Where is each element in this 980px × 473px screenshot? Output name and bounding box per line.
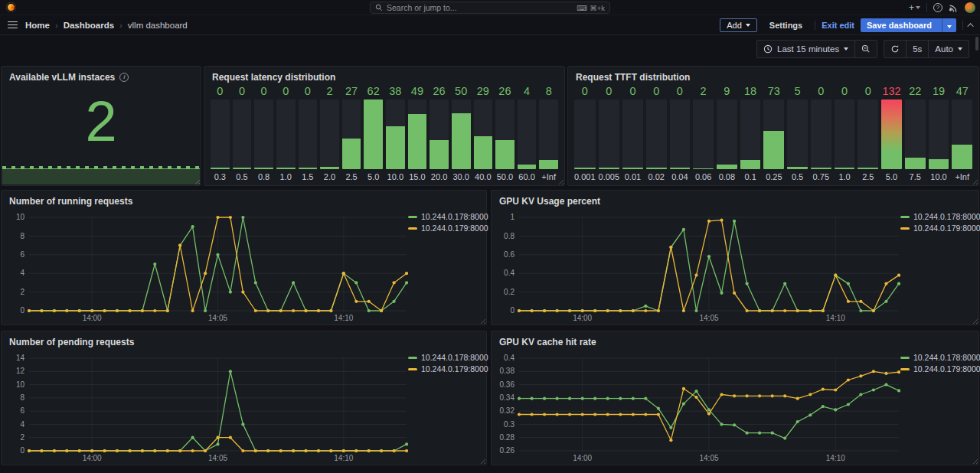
bar-track <box>386 99 405 169</box>
bar-value: 9 <box>717 85 737 99</box>
save-dashboard-button[interactable]: Save dashboard <box>861 18 956 32</box>
breadcrumb-bar: Home › Dashboards › vllm dashboard Add S… <box>0 15 980 35</box>
legend-item[interactable]: 10.244.0.179:8000 <box>408 223 485 233</box>
bar-bucket-label: 0.1 <box>740 169 761 181</box>
bar-bucket-label: 30.0 <box>452 169 471 181</box>
svg-text:14:10: 14:10 <box>826 454 845 462</box>
refresh-button[interactable] <box>884 41 906 57</box>
auto-refresh-button[interactable]: Auto <box>928 41 969 57</box>
bar-bucket-label: 60.0 <box>518 169 537 181</box>
time-series-chart[interactable]: 024681014:0014:0514:10 <box>3 207 408 323</box>
panel-title[interactable]: Number of pending requests <box>2 331 486 348</box>
time-series-chart[interactable]: 0246810121414:0014:0514:10 <box>3 348 408 463</box>
collapse-chevron-up-icon[interactable] <box>967 23 973 29</box>
histogram-bar: 00.3 <box>211 85 230 181</box>
breadcrumb-home[interactable]: Home <box>25 21 50 30</box>
legend-item[interactable]: 10.244.0.178:8000 <box>900 212 977 221</box>
time-picker-group: Last 15 minutes <box>756 40 877 58</box>
bar-bucket-label: +Inf <box>539 169 558 181</box>
legend-item[interactable]: 10.244.0.179:8000 <box>900 223 977 233</box>
bar-track <box>276 99 296 169</box>
settings-button[interactable]: Settings <box>763 19 808 31</box>
bar-value: 0 <box>574 85 596 99</box>
news-icon[interactable] <box>949 3 959 13</box>
histogram-bar: 2650.0 <box>495 85 514 181</box>
add-menu-button[interactable]: + <box>909 2 920 13</box>
bar-bucket-label: 0.5 <box>787 169 808 181</box>
histogram-bar: 47+Inf <box>952 85 972 181</box>
legend-item[interactable]: 10.244.0.178:8000 <box>408 353 485 362</box>
bar-track <box>763 99 784 169</box>
time-range-button[interactable]: Last 15 minutes <box>757 41 854 57</box>
panel-title[interactable]: GPU KV Usage percent <box>492 191 978 207</box>
svg-text:12: 12 <box>16 367 25 375</box>
add-button[interactable]: Add <box>720 18 757 32</box>
bar-bucket-label: 0.001 <box>574 169 596 181</box>
bar-bucket-label: 1.0 <box>835 169 855 181</box>
bar-bucket-label: 0.02 <box>646 169 667 181</box>
histogram-bar: 00.02 <box>646 85 667 181</box>
bar-value: 29 <box>474 85 493 99</box>
bar-value: 0 <box>811 85 831 99</box>
bar-bucket-label: 2.5 <box>342 169 361 181</box>
breadcrumb-dashboards[interactable]: Dashboards <box>64 21 114 30</box>
legend-item[interactable]: 10.244.0.179:8000 <box>408 364 485 374</box>
search-input[interactable] <box>387 3 573 12</box>
histogram-bar: 00.5 <box>233 85 252 181</box>
bar-bucket-label: 1.0 <box>276 169 296 181</box>
stat-sparkline <box>2 168 200 184</box>
exit-edit-button[interactable]: Exit edit <box>822 21 854 30</box>
svg-text:14:00: 14:00 <box>573 314 592 322</box>
bar-track <box>622 99 643 169</box>
menu-icon[interactable] <box>8 21 18 29</box>
legend-swatch <box>900 227 910 230</box>
time-series-chart[interactable]: 0.260.280.30.320.340.360.380.414:0014:05… <box>493 348 900 463</box>
panel-title[interactable]: Available vLLM instaces i <box>2 67 201 83</box>
search-box[interactable]: ⌨ ⌘+k <box>370 2 610 14</box>
bar-track <box>254 99 273 169</box>
histogram-bar: 50.5 <box>787 85 808 181</box>
grafana-logo-icon[interactable] <box>6 2 16 12</box>
zoom-out-button[interactable] <box>854 41 877 57</box>
histogram-bar: 01.0 <box>276 85 296 181</box>
bar-track <box>811 99 831 169</box>
bar-value: 0 <box>622 85 643 99</box>
svg-text:0: 0 <box>20 446 24 455</box>
bar-value: 49 <box>408 85 427 99</box>
help-icon[interactable]: ? <box>933 3 942 12</box>
panel-title[interactable]: Request latency distribution <box>204 67 564 83</box>
legend-item[interactable]: 10.244.0.179:8000 <box>900 364 977 374</box>
svg-text:0.26: 0.26 <box>500 446 515 455</box>
bar-bucket-label: 5.0 <box>881 169 902 181</box>
save-dropdown-button[interactable] <box>942 18 956 32</box>
panel-title[interactable]: GPU KV cache hit rate <box>492 331 978 348</box>
refresh-interval-label[interactable]: 5s <box>906 41 928 57</box>
bar-bucket-label: 0.08 <box>717 169 737 181</box>
user-avatar[interactable] <box>965 2 975 13</box>
bar-track <box>740 99 761 169</box>
legend-item[interactable]: 10.244.0.178:8000 <box>408 212 485 221</box>
histogram-bar: 22.0 <box>320 85 339 181</box>
scrollbar[interactable] <box>975 37 978 51</box>
legend-swatch <box>900 216 910 218</box>
histogram-bar: 00.005 <box>599 85 620 181</box>
bar-track <box>646 99 667 169</box>
chevron-down-icon <box>916 6 920 9</box>
bar-bucket-label: 0.01 <box>622 169 643 181</box>
bar-track <box>905 99 926 169</box>
info-icon[interactable]: i <box>119 73 129 82</box>
legend-series-label: 10.244.0.179:8000 <box>421 364 488 374</box>
bar-value: 18 <box>740 85 761 99</box>
bar-value: 73 <box>763 85 784 99</box>
bar-value: 0 <box>835 85 855 99</box>
breadcrumb-separator: › <box>119 21 122 30</box>
breadcrumb-current: vllm dashboard <box>128 21 188 30</box>
bar-track <box>693 99 714 169</box>
panel-title[interactable]: Request TTFT distribution <box>568 67 978 83</box>
legend-item[interactable]: 10.244.0.178:8000 <box>900 353 977 362</box>
refresh-icon <box>890 44 900 54</box>
svg-text:2: 2 <box>20 288 24 296</box>
panel-title[interactable]: Number of running requests <box>2 191 486 207</box>
bar-track <box>452 99 471 169</box>
time-series-chart[interactable]: 00.20.40.60.8114:0014:0514:10 <box>493 207 900 323</box>
